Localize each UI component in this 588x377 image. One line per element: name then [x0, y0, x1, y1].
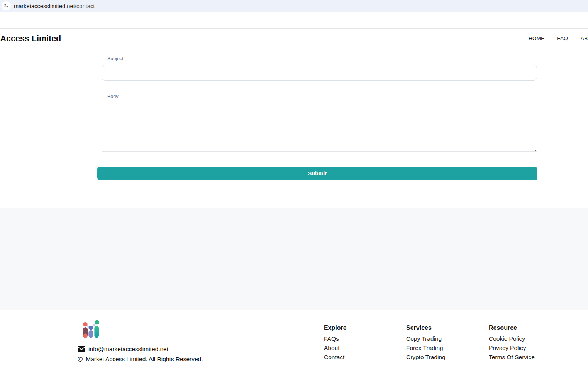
body-textarea[interactable] [102, 102, 537, 152]
address-bar[interactable]: marketaccesslimited.net/contact [14, 0, 95, 12]
footer-col-resource: Resource Cookie Policy Privacy Policy Te… [489, 324, 566, 362]
email-row: info@marketaccesslimited.net [78, 346, 168, 353]
url-path: /contact [75, 3, 95, 9]
email-icon [78, 346, 85, 352]
browser-url-bar: marketaccesslimited.net/contact [0, 0, 588, 12]
company-logo-icon [81, 319, 100, 338]
copyright-text: Market Access Limited. All Rights Reserv… [86, 356, 203, 363]
footer-link-copy-trading[interactable]: Copy Trading [406, 334, 483, 343]
footer-link-privacy-policy[interactable]: Privacy Policy [489, 343, 566, 353]
footer-link-crypto-trading[interactable]: Crypto Trading [406, 353, 483, 362]
main-nav: HOME FAQ ABOUT [529, 36, 588, 41]
footer-col-title: Services [406, 324, 483, 331]
footer-link-forex-trading[interactable]: Forex Trading [406, 343, 483, 353]
nav-faq[interactable]: FAQ [557, 36, 568, 41]
footer: info@marketaccesslimited.net © Market Ac… [0, 310, 588, 377]
subject-input[interactable] [102, 65, 537, 81]
email-text[interactable]: info@marketaccesslimited.net [88, 346, 168, 353]
url-domain: marketaccesslimited.net [14, 3, 75, 9]
submit-button[interactable]: Submit [97, 167, 537, 180]
copyright-row: © Market Access Limited. All Rights Rese… [78, 356, 203, 363]
tune-icon [3, 3, 9, 9]
nav-home[interactable]: HOME [529, 36, 544, 41]
footer-col-explore: Explore FAQs About Contact [324, 324, 401, 362]
header-divider [0, 28, 588, 29]
subject-label: Subject [107, 56, 124, 61]
footer-col-title: Explore [324, 324, 401, 331]
brand-title: Market Access Limited [0, 34, 61, 44]
footer-link-contact[interactable]: Contact [324, 353, 401, 362]
body-label: Body [107, 94, 119, 99]
footer-col-title: Resource [489, 324, 566, 331]
site-settings-button[interactable] [2, 1, 11, 10]
footer-link-about[interactable]: About [324, 343, 401, 353]
footer-link-terms-of-service[interactable]: Terms Of Service [489, 353, 566, 362]
copyright-icon: © [78, 356, 83, 363]
footer-link-faqs[interactable]: FAQs [324, 334, 401, 343]
nav-about[interactable]: ABOUT [581, 36, 588, 41]
contact-page: { "browser": { "url_domain": "marketacce… [0, 0, 588, 377]
footer-col-services: Services Copy Trading Forex Trading Cryp… [406, 324, 483, 362]
footer-link-cookie-policy[interactable]: Cookie Policy [489, 334, 566, 343]
empty-section [0, 208, 588, 310]
